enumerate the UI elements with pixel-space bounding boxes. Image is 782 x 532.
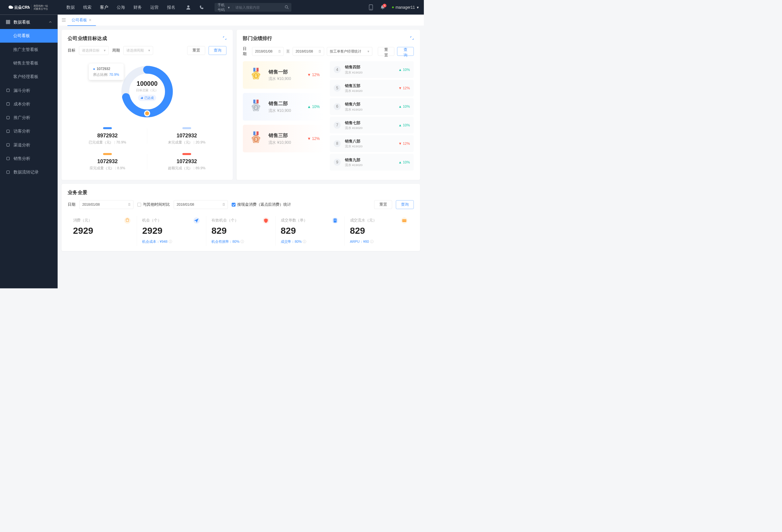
menu-icon <box>62 19 66 22</box>
card-icon <box>401 217 407 224</box>
sidebar-nav-item[interactable]: 销售分析 <box>0 151 58 165</box>
topbar-right: 5 manager11 ▾ <box>368 4 418 10</box>
doc-icon <box>332 217 339 224</box>
date-to-input[interactable]: 2018/01/08🗓 <box>293 47 324 56</box>
ov-reset-button[interactable]: 重置 <box>374 200 392 209</box>
topnav-item[interactable]: 数据 <box>66 4 75 10</box>
goal-stat: 1072932应完成量（元）|8.9% <box>68 149 147 175</box>
sidebar-nav-item[interactable]: 渠道分析 <box>0 138 58 151</box>
rank-list-item[interactable]: 6销售六部流水 ¥19020▲ 10% <box>330 98 414 115</box>
help-icon[interactable]: ⓘ <box>303 240 306 244</box>
tab-close-button[interactable]: ✕ <box>88 18 92 22</box>
sidebar-nav-item[interactable]: 推广分析 <box>0 111 58 125</box>
topnav-item[interactable]: 运营 <box>150 4 158 10</box>
stat-bar <box>182 153 191 155</box>
help-icon[interactable]: ⓘ <box>169 240 172 244</box>
topnav-item[interactable]: 公海 <box>117 4 125 10</box>
sidebar-nav-item[interactable]: 成本分析 <box>0 97 58 111</box>
donut-chart: 1072932 所占比例: 70.9% 100000 目标总量（元） 已达成 <box>68 60 226 123</box>
rank-top-item[interactable]: 1销售一部流水 ¥10,900▼ 12% <box>243 61 325 89</box>
top-nav: 数据线索客户公海财务运营报名 <box>66 4 175 10</box>
ov-query-button[interactable]: 查询 <box>396 200 414 209</box>
topnav-item[interactable]: 报名 <box>167 4 175 10</box>
search-type-select[interactable]: 手机号码▾ <box>215 5 233 10</box>
topnav-item[interactable]: 客户 <box>100 4 108 10</box>
shield-icon <box>263 217 269 224</box>
overview-item: 机会（个）2929机会成本：¥948 ⓘ <box>137 216 206 246</box>
calendar-icon: 🗓 <box>318 49 322 53</box>
thumb-icon <box>141 96 143 99</box>
ov-date1-input[interactable]: 2018/01/08🗓 <box>79 200 134 209</box>
sidebar-item[interactable]: 推广主管看板 <box>0 42 58 56</box>
medal-icon: 1 <box>248 67 264 83</box>
overview-item: 有效机会（个）829机会有效率：80% ⓘ <box>206 216 276 246</box>
svg-rect-31 <box>257 132 259 135</box>
sidebar-item[interactable]: 客户经理看板 <box>0 70 58 83</box>
rank-number: 4 <box>333 66 341 73</box>
ov-date2-input[interactable]: 2018/01/08🗓 <box>174 200 228 209</box>
mobile-icon[interactable] <box>368 4 373 10</box>
rank-pct: ▲ 10% <box>398 123 410 127</box>
rank-top3: 1销售一部流水 ¥10,900▼ 12%2销售二部流水 ¥10,900▲ 10%… <box>243 61 325 171</box>
sidebar-nav-item[interactable]: 数据流转记录 <box>0 166 58 179</box>
person-icon[interactable] <box>186 5 191 10</box>
rank-list-item[interactable]: 7销售七部流水 ¥19020▲ 10% <box>330 117 414 134</box>
tab-company-board[interactable]: 公司看板 ✕ <box>67 15 96 26</box>
logo[interactable]: 云朵CRM 教育机构一站式服务云平台 <box>7 4 56 11</box>
rank-top-item[interactable]: 3销售三部流水 ¥10,900▼ 12% <box>243 125 325 152</box>
goal-query-button[interactable]: 查询 <box>209 46 226 55</box>
tab-bar: 公司看板 ✕ <box>58 15 424 26</box>
sidebar-item[interactable]: 公司看板 <box>0 29 58 42</box>
rank-pct: ▼ 12% <box>307 73 320 77</box>
help-icon[interactable]: ⓘ <box>241 240 244 244</box>
expand-button[interactable] <box>223 36 226 40</box>
overview-filters: 日期 2018/01/08🗓 与其他时间对比 2018/01/08🗓 按现金消费… <box>68 200 414 209</box>
search-button[interactable] <box>282 5 291 10</box>
date-from-input[interactable]: 2018/01/08🗓 <box>252 47 284 56</box>
topnav-item[interactable]: 财务 <box>134 4 142 10</box>
rank-card: 部门业绩排行 日期 2018/01/08🗓 至 2018/01/08🗓 按工单客… <box>237 30 420 180</box>
svg-point-1 <box>187 5 189 8</box>
period-select[interactable]: 请选择周期▾ <box>123 46 153 55</box>
rank-by-select[interactable]: 按工单客户经理统计▾ <box>327 47 372 56</box>
expand-button[interactable] <box>410 36 414 40</box>
dollar-icon <box>6 102 10 106</box>
search-icon <box>6 156 10 161</box>
svg-line-3 <box>287 8 288 9</box>
sidebar-nav-item[interactable]: 漏斗分析 <box>0 83 58 97</box>
overview-title: 业务全景 <box>68 189 87 196</box>
svg-rect-7 <box>8 20 10 22</box>
rank-list-item[interactable]: 8销售八部流水 ¥19020▼ 12% <box>330 135 414 152</box>
ov-date-label: 日期 <box>68 202 75 207</box>
bag-icon <box>124 217 131 224</box>
rank-list-item[interactable]: 5销售五部流水 ¥19020▼ 12% <box>330 80 414 96</box>
hamburger-button[interactable] <box>60 16 67 24</box>
chevron-down-icon: ▾ <box>417 5 419 10</box>
notification-button[interactable]: 5 <box>380 4 385 10</box>
goal-stats: 8972932已完成量（元）|70.9%1072932未完成量（元）|20.9%… <box>68 123 226 175</box>
rank-reset-button[interactable]: 重置 <box>378 47 394 56</box>
sidebar-item[interactable]: 销售主管看板 <box>0 57 58 70</box>
goal-reset-button[interactable]: 重置 <box>187 46 205 55</box>
phone-icon[interactable] <box>199 5 204 10</box>
search-input[interactable] <box>233 5 282 9</box>
donut-label: 目标总量（元） <box>136 88 158 92</box>
rank-list: 4销售四部流水 ¥19020▲ 10%5销售五部流水 ¥19020▼ 12%6销… <box>330 61 414 171</box>
main-area: 公司看板 ✕ 公司业绩目标达成 目标 请选择目标▾ 周期 请选择周期▾ 重置 查 <box>58 15 424 289</box>
top-icons <box>186 5 204 10</box>
svg-rect-8 <box>6 22 8 24</box>
rank-query-button[interactable]: 查询 <box>397 47 414 56</box>
sidebar-header-dashboard[interactable]: 数据看板 <box>0 15 58 29</box>
sidebar-nav-item[interactable]: 访客分析 <box>0 125 58 138</box>
target-select[interactable]: 请选择目标▾ <box>79 46 109 55</box>
help-icon[interactable]: ⓘ <box>370 240 374 244</box>
topnav-item[interactable]: 线索 <box>83 4 92 10</box>
rank-list-item[interactable]: 9销售九部流水 ¥19020▲ 10% <box>330 154 414 171</box>
compare-checkbox[interactable]: 与其他时间对比 <box>137 202 170 207</box>
rank-list-item[interactable]: 4销售四部流水 ¥19020▲ 10% <box>330 61 414 78</box>
cash-checkbox[interactable]: 按现金消费（返点后消费）统计 <box>232 202 291 207</box>
user-menu[interactable]: manager11 ▾ <box>392 5 419 10</box>
rank-number: 6 <box>333 103 341 110</box>
notification-badge: 5 <box>383 4 387 7</box>
rank-top-item[interactable]: 2销售二部流水 ¥10,900▲ 10% <box>243 93 325 120</box>
